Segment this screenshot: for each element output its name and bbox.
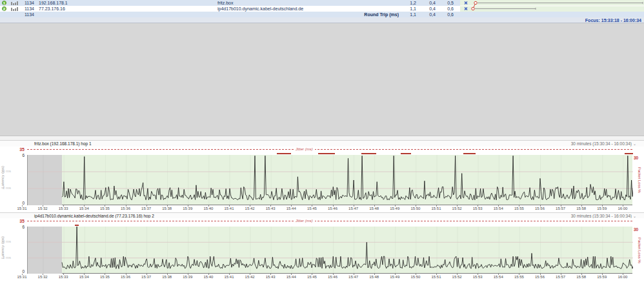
time-axis-label: 15:52 (447, 275, 467, 279)
time-axis-label: 15:55 (509, 275, 528, 279)
focus-bar: Focus: 15:33:18 - 16:00:34 (0, 17, 644, 23)
time-axis-label: 15:34 (74, 207, 94, 210)
time-axis-label: 15:50 (406, 275, 425, 279)
time-axis-label: 15:41 (219, 275, 239, 279)
time-axis-label: 15:31 (12, 207, 32, 210)
chevron-down-icon: ⌄ (633, 141, 636, 146)
hop-ip-address: 192.168.178.1 (39, 0, 168, 6)
sample-count: 1134 (19, 6, 34, 12)
latency-axis-max: 6 (15, 225, 25, 229)
round-trip-label: Round Trip (ms) (323, 12, 399, 17)
latency-avg-value: 1,2 (397, 0, 416, 6)
time-range-dropdown[interactable]: 30 minutes (15:30:34 - 16:00:34)⌄ (571, 214, 636, 218)
jitter-threshold-line (27, 149, 632, 150)
latency-cur-value: 0,6 (436, 12, 454, 17)
time-axis: 15:3115:3215:3315:3415:3515:3615:3715:38… (0, 274, 644, 281)
time-axis-label: 15:40 (199, 207, 218, 210)
packet-loss-segment (277, 153, 291, 154)
time-axis-label: 15:32 (33, 275, 52, 279)
time-axis-label: 15:53 (468, 275, 487, 279)
time-axis-label: 15:41 (219, 207, 239, 210)
time-axis-label: 15:43 (261, 207, 280, 210)
packet-loss-axis-max: 30 (634, 227, 638, 232)
packet-loss-segment (75, 225, 79, 226)
time-axis-label: 15:43 (261, 275, 280, 279)
time-axis-label: 15:33 (54, 207, 73, 210)
jitter-scale-max: 35 (13, 219, 25, 223)
time-axis-label: 15:59 (592, 275, 612, 279)
time-range-label: 30 minutes (15:30:34 - 16:00:34) (571, 141, 632, 146)
time-axis-label: 15:47 (344, 275, 363, 279)
time-axis-label: 15:51 (427, 275, 446, 279)
hop-ip-address: 77.23.176.16 (39, 6, 168, 12)
time-range-dropdown[interactable]: 30 minutes (15:30:34 - 16:00:34)⌄ (571, 141, 636, 146)
time-axis-label: 15:50 (406, 207, 425, 210)
time-axis-label: 15:37 (137, 275, 156, 279)
latency-axis-min: 0 (15, 201, 25, 205)
jitter-scale-max: 35 (13, 147, 25, 152)
time-range-label: 30 minutes (15:30:34 - 16:00:34) (571, 214, 632, 218)
latency-avg-value: 1,1 (397, 12, 416, 17)
jitter-band: 35Jitter (ms) (0, 147, 644, 155)
time-axis-label: 15:38 (157, 207, 177, 210)
time-axis-label: 15:54 (488, 275, 508, 279)
time-axis-label: 15:36 (116, 275, 136, 279)
time-axis-label: 15:58 (572, 207, 591, 210)
time-axis-label: 15:57 (551, 207, 570, 210)
grid-line-label: 2 ms (3, 186, 21, 190)
time-axis-label: 15:44 (281, 275, 301, 279)
sample-count: 1134 (19, 0, 34, 6)
panel-title: fritz.box (192.168.178.1) hop 1 (34, 141, 92, 146)
time-axis-label: 15:55 (509, 207, 528, 210)
time-axis-label: 15:40 (199, 275, 218, 279)
bar-chart-icon (10, 6, 18, 12)
time-axis-label: 15:37 (137, 207, 156, 210)
latency-axis-max: 6 (15, 153, 25, 157)
timeline-plot[interactable] (27, 227, 632, 274)
latency-min-value: 0,4 (418, 6, 436, 12)
time-axis-label: 15:54 (488, 207, 508, 210)
panel-title: ip4d17b010.dynamic.kabel-deutschland.de … (34, 214, 154, 218)
time-axis-label: 15:48 (365, 275, 384, 279)
timeline-panel-hop-1: fritz.box (192.168.178.1) hop 130 minute… (0, 140, 644, 216)
sample-count: 1134 (19, 12, 34, 17)
hop-hostname: ip4d17b010.dynamic.kabel-deutschland.de (217, 6, 392, 12)
time-axis-label: 15:48 (365, 207, 384, 210)
time-axis-label: 15:39 (178, 275, 197, 279)
time-axis-label: 15:56 (530, 275, 550, 279)
avg-latency-dot (474, 1, 477, 4)
hop-number-badge: 2 (2, 6, 6, 11)
time-axis-label: 15:51 (427, 207, 446, 210)
timeline-header: ip4d17b010.dynamic.kabel-deutschland.de … (0, 212, 644, 218)
time-axis-label: 15:31 (12, 275, 32, 279)
time-axis-label: 15:53 (468, 207, 487, 210)
jitter-axis-label: Jitter (ms) (294, 147, 315, 151)
time-axis-label: 15:33 (54, 275, 73, 279)
time-axis-label: 16:00 (613, 207, 632, 210)
latency-min-value: 0,4 (418, 0, 436, 6)
latency-axis-min: 0 (15, 269, 25, 274)
time-axis-label: 15:49 (385, 207, 405, 210)
time-axis-label: 15:32 (33, 207, 52, 210)
time-axis-label: 15:38 (157, 275, 177, 279)
packet-loss-segment (625, 153, 633, 154)
packet-loss-segment (401, 153, 411, 154)
time-axis-label: 15:52 (447, 207, 467, 210)
time-axis-label: 15:35 (95, 207, 114, 210)
time-axis-label: 15:47 (344, 207, 363, 210)
latency-series-line (62, 227, 633, 269)
table-row-round-trip: 1134Round Trip (ms)1,10,40,6 (0, 12, 644, 17)
time-axis-label: 15:56 (530, 207, 550, 210)
time-axis-label: 15:58 (572, 275, 591, 279)
timeline-plot[interactable] (27, 155, 632, 205)
time-axis-label: 15:49 (385, 275, 405, 279)
time-axis-label: 15:39 (178, 207, 197, 210)
time-axis-label: 15:34 (74, 275, 94, 279)
latency-series-line (62, 156, 633, 199)
time-axis-label: 16:00 (613, 275, 632, 279)
jitter-axis-label: Jitter (ms) (294, 219, 315, 223)
splitter-handle[interactable] (0, 136, 644, 140)
time-axis-label: 15:45 (302, 275, 321, 279)
grid-line-label: 4 ms (3, 239, 21, 243)
packet-loss-axis-max: 30 (634, 156, 638, 160)
